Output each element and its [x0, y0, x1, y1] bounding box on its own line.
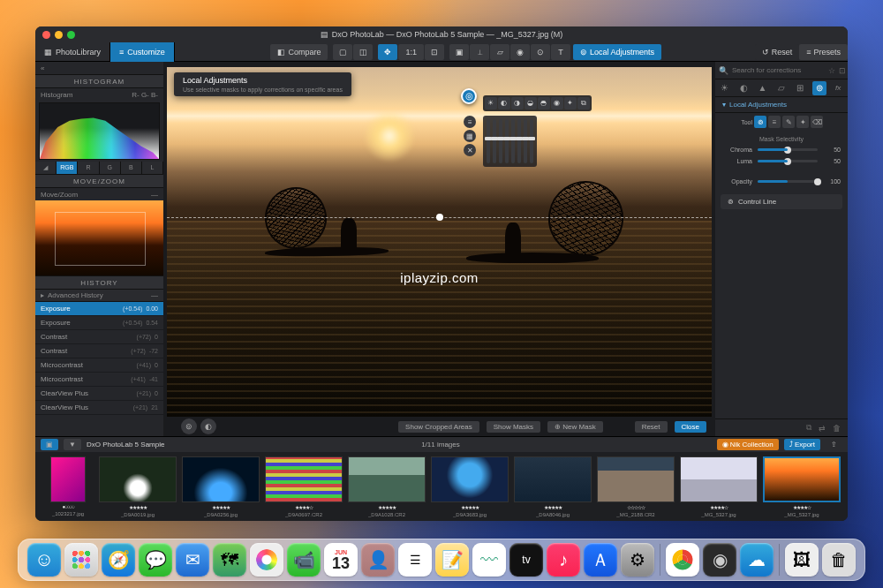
mask-pin[interactable]: ◎ [461, 88, 477, 104]
dock-music-icon[interactable]: ♪ [547, 543, 580, 577]
dock-safari-icon[interactable]: 🧭 [102, 543, 135, 577]
channel-tab-r[interactable]: R [78, 162, 99, 174]
thumbnail[interactable]: ★★★★★_D9A0256.jpg [182, 456, 260, 517]
dock-calendar-icon[interactable]: JUN13 [324, 543, 358, 577]
tab-customize[interactable]: ≡ Customize [110, 42, 175, 62]
move-tool-button[interactable]: ✥ [378, 44, 397, 60]
channel-tab-l[interactable]: L [142, 162, 163, 174]
channel-tab-g[interactable]: G [100, 162, 121, 174]
mask-tool-icon[interactable]: ✦ [564, 97, 577, 109]
thumbnail[interactable]: ★★★★★_D9A3683.jpg [431, 456, 509, 517]
invert-icon[interactable]: ⇄ [819, 424, 826, 433]
palette-fx-icon[interactable]: fx [831, 81, 845, 95]
trash-icon[interactable]: 🗑 [833, 424, 841, 433]
palette-local-icon[interactable]: ⊚ [812, 81, 826, 95]
mask-tool-icon[interactable]: ☀ [485, 97, 497, 109]
tool-brush-icon[interactable]: ✎ [782, 116, 795, 128]
mask-list-item[interactable]: ⊚ Control Line [721, 194, 842, 209]
dock-notes-icon[interactable]: 📝 [435, 543, 469, 577]
palette-detail-icon[interactable]: ▲ [756, 81, 770, 95]
mask-side-icon[interactable]: ✕ [464, 144, 476, 156]
expand-icon[interactable]: ⊡ [839, 66, 846, 75]
presets-button[interactable]: ≡ Presets [799, 44, 848, 60]
star-icon[interactable]: ☆ [828, 66, 835, 75]
mask-tool-icon[interactable]: ◐ [498, 97, 510, 109]
history-item[interactable]: Contrast(+72)0 [35, 330, 163, 344]
mask-equalizer[interactable] [483, 116, 537, 167]
reset-button[interactable]: ↺ Reset [755, 44, 800, 60]
mask-tool-icon[interactable]: ◓ [538, 97, 550, 109]
chroma-slider[interactable] [758, 148, 818, 151]
dock-obs-icon[interactable]: ◉ [703, 543, 736, 577]
tool-graduated-icon[interactable]: ≡ [768, 116, 781, 128]
history-item[interactable]: Contrast(+72)-72 [35, 344, 163, 358]
history-item[interactable]: Exposure(+0.54)0.00 [35, 302, 163, 316]
dock-appstore-icon[interactable]: Ａ [584, 543, 617, 577]
tab-photolibrary[interactable]: ▦ PhotoLibrary [35, 42, 110, 62]
dock-messages-icon[interactable]: 💬 [139, 543, 172, 577]
perspective-tool-button[interactable]: ▱ [490, 44, 509, 60]
dock-freeform-icon[interactable]: 〰 [472, 543, 506, 577]
repair-tool-button[interactable]: ◉ [510, 44, 530, 60]
dock-contacts-icon[interactable]: 👤 [361, 543, 395, 577]
dock-mail-icon[interactable]: ✉ [176, 543, 209, 577]
history-item[interactable]: ClearView Plus(+21)21 [35, 401, 163, 415]
dock-settings-icon[interactable]: ⚙ [621, 543, 654, 577]
show-masks-button[interactable]: Show Masks [487, 421, 540, 433]
history-item[interactable]: ClearView Plus(+21)0 [35, 387, 163, 401]
new-mask-button[interactable]: ⊕ New Mask [547, 421, 603, 433]
tool-controlline-icon[interactable]: ⊚ [754, 116, 766, 128]
watermark-tool-button[interactable]: T [551, 44, 570, 60]
filter-button[interactable]: ▼ [64, 439, 81, 450]
tool-autobrush-icon[interactable]: ✦ [796, 116, 809, 128]
filmstrip[interactable]: ●○○○○_1023217.jpg ★★★★★_D9A0019.jpg ★★★★… [35, 452, 848, 521]
layout-split-button[interactable]: ◫ [353, 44, 373, 60]
mask-tool-icon[interactable]: ⧉ [577, 97, 590, 109]
duplicate-icon[interactable]: ⧉ [806, 423, 811, 433]
zoom-ratio-button[interactable]: 1:1 [398, 44, 424, 60]
thumbnail[interactable]: ★★★★★_D9A8046.jpg [514, 456, 592, 517]
thumbnail[interactable]: ★★★★☆_MG_5327.jpg [763, 456, 841, 517]
palette-watermark-icon[interactable]: ⊞ [793, 81, 807, 95]
reset-mask-button[interactable]: Reset [635, 421, 668, 433]
share-button[interactable]: ⇪ [826, 439, 842, 450]
mask-side-icon[interactable]: ▦ [464, 130, 476, 142]
mask-overlay-icon[interactable]: ◐ [200, 418, 216, 434]
mask-tool-icon[interactable]: ◉ [551, 97, 563, 109]
fit-button[interactable]: ⊡ [425, 44, 444, 60]
dock-facetime-icon[interactable]: 📹 [287, 543, 321, 577]
luma-slider[interactable] [758, 160, 818, 162]
palette-color-icon[interactable]: ◐ [736, 81, 751, 95]
channel-tab-shadow[interactable]: ◢ [35, 162, 57, 174]
palette-geometry-icon[interactable]: ▱ [774, 81, 789, 95]
eye-icon[interactable]: ⊚ [181, 418, 197, 434]
dock-recent-icon[interactable]: 🖼 [785, 543, 819, 577]
opacity-slider[interactable] [758, 180, 818, 183]
dock-maps-icon[interactable]: 🗺 [213, 543, 246, 577]
thumbnail[interactable]: ★★★★☆_D9A0697.CR2 [265, 456, 343, 517]
history-item[interactable]: Microcontrast(+41)-41 [35, 373, 163, 387]
dock-launchpad-icon[interactable] [64, 543, 98, 577]
canvas[interactable]: iplayzip.com Local Adjustments Use selec… [167, 67, 712, 417]
layout-single-button[interactable]: ▢ [333, 44, 352, 60]
thumbnail[interactable]: ●○○○○_1023217.jpg [42, 456, 94, 516]
mask-tool-icon[interactable]: ◒ [525, 97, 537, 109]
dock-tv-icon[interactable]: tv [509, 543, 543, 577]
history-item[interactable]: Exposure(+0.54)0.54 [35, 316, 163, 330]
advanced-history-label[interactable]: Advanced History [44, 291, 151, 299]
dock-reminders-icon[interactable]: ☰ [398, 543, 432, 577]
local-adjustments-section[interactable]: ▾Local Adjustments [715, 97, 848, 113]
close-mask-button[interactable]: Close [675, 421, 706, 433]
horizon-tool-button[interactable]: ⟂ [470, 44, 489, 60]
nik-collection-button[interactable]: ◉ Nik Collection [717, 439, 779, 450]
redeye-tool-button[interactable]: ⊙ [531, 44, 550, 60]
source-browser-button[interactable]: ▣ [41, 439, 58, 450]
dock-finder-icon[interactable]: ☺ [27, 543, 61, 577]
tool-eraser-icon[interactable]: ⌫ [811, 116, 823, 128]
crop-tool-button[interactable]: ▣ [449, 44, 469, 60]
compare-button[interactable]: ◧Compare [270, 44, 328, 60]
history-item[interactable]: Microcontrast(+41)0 [35, 358, 163, 373]
thumbnail[interactable]: ★★★★☆_MG_5327.jpg [680, 456, 758, 517]
search-input[interactable] [732, 66, 825, 74]
thumbnail[interactable]: ★★★★★_D9A1028.CR2 [348, 456, 426, 517]
